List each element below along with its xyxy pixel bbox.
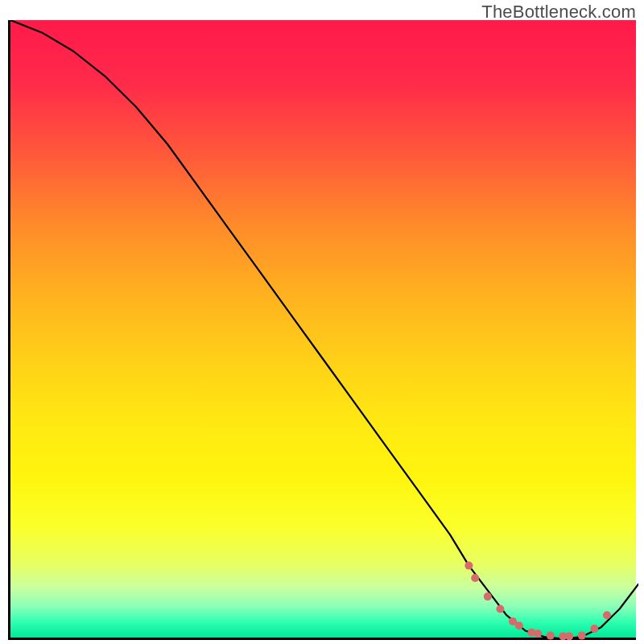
marker-group xyxy=(464,562,611,640)
highlight-point xyxy=(515,621,523,630)
highlight-point xyxy=(471,574,479,582)
highlight-point xyxy=(603,611,611,619)
highlight-point xyxy=(509,617,517,625)
highlight-point xyxy=(527,629,535,637)
highlight-point xyxy=(464,562,473,570)
highlight-point xyxy=(496,605,504,613)
chart-stage: TheBottleneck.com xyxy=(0,0,644,644)
highlight-point xyxy=(559,632,567,640)
highlight-point xyxy=(565,632,573,640)
curve-svg xyxy=(10,20,638,640)
highlight-point xyxy=(578,632,586,640)
highlight-point xyxy=(590,625,598,633)
highlight-point xyxy=(534,630,542,638)
bottleneck-curve-path xyxy=(10,20,638,639)
plot-area xyxy=(8,20,636,640)
highlight-point xyxy=(547,632,555,640)
highlight-point xyxy=(484,592,492,601)
